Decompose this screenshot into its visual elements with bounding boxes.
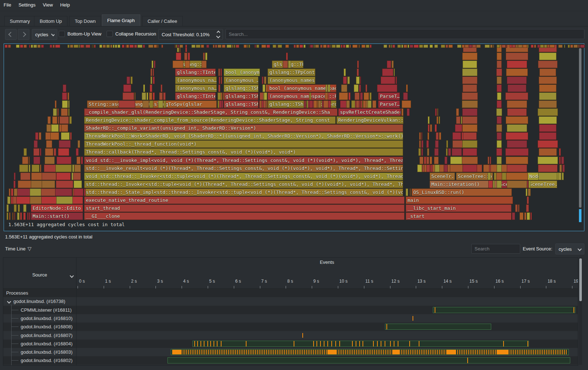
flame-frame[interactable]: [463, 61, 477, 68]
flame-frame[interactable]: [8, 45, 11, 48]
timeline-event-tick[interactable]: [194, 341, 195, 346]
flame-frame[interactable]: [558, 172, 562, 180]
flame-frame[interactable]: [462, 45, 464, 48]
flame-frame[interactable]: [435, 165, 440, 172]
flame-frame[interactable]: [153, 76, 155, 84]
flame-frame[interactable]: [352, 45, 357, 48]
flame-frame[interactable]: [299, 45, 303, 48]
flame-frame[interactable]: [368, 100, 372, 108]
flame-frame[interactable]: [359, 45, 360, 48]
flame-frame[interactable]: [176, 53, 181, 60]
timeline-event-cluster[interactable]: [497, 350, 508, 354]
timeline-event-cluster[interactable]: [508, 350, 567, 354]
timeline-event-bar[interactable]: [171, 349, 569, 355]
flame-frame[interactable]: OS_LinuxBSD::run(): [411, 188, 512, 196]
flame-frame[interactable]: ThreadWorkPool::Work<ShaderRD, void (Sha…: [84, 132, 403, 140]
flame-frame[interactable]: [360, 92, 363, 100]
flame-frame[interactable]: [20, 172, 30, 180]
flame-frame[interactable]: [497, 140, 501, 148]
flame-frame[interactable]: [294, 45, 296, 48]
flame-frame[interactable]: [377, 84, 398, 92]
flame-frame[interactable]: std::thread::_State_impl<std::thread::_I…: [84, 188, 403, 196]
flame-frame[interactable]: [69, 116, 72, 124]
flame-frame[interactable]: [161, 84, 162, 92]
flame-frame[interactable]: [131, 76, 133, 84]
flame-frame[interactable]: [391, 45, 392, 48]
flame-frame[interactable]: [439, 116, 440, 124]
flame-frame[interactable]: [307, 100, 308, 108]
flame-frame[interactable]: [24, 45, 27, 48]
flame-frame[interactable]: [23, 204, 27, 212]
timeline-event-tick[interactable]: [217, 341, 218, 346]
timeline-event-tick[interactable]: [246, 341, 247, 346]
flame-frame[interactable]: [421, 148, 423, 156]
timeline-event-tick[interactable]: [386, 324, 387, 329]
flame-frame[interactable]: [417, 165, 422, 172]
timeline-event-tick[interactable]: [313, 341, 314, 346]
flame-frame[interactable]: glslang::TSha: [224, 100, 258, 108]
flame-frame[interactable]: [53, 108, 57, 116]
flame-frame[interactable]: [143, 45, 145, 48]
flame-frame[interactable]: [349, 45, 351, 48]
timeline-event-cluster[interactable]: [181, 350, 327, 354]
flame-frame[interactable]: [396, 76, 397, 84]
timeline-row-label[interactable]: godot.linuxbsd. (#16738): [13, 299, 65, 304]
flame-frame[interactable]: std::__invoke_result<void (*)(Thread*, T…: [84, 165, 403, 172]
flame-frame[interactable]: [14, 172, 16, 180]
flame-frame[interactable]: [469, 45, 472, 48]
flame-frame[interactable]: [435, 108, 437, 116]
flame-frame[interactable]: [278, 45, 282, 48]
timeline-event-tick[interactable]: [352, 341, 353, 346]
flame-frame[interactable]: [263, 100, 266, 108]
flame-frame[interactable]: [465, 45, 469, 48]
flame-frame[interactable]: [175, 45, 177, 48]
timeline-event-tick[interactable]: [363, 341, 363, 346]
flame-frame[interactable]: [485, 45, 490, 48]
flame-frame[interactable]: [62, 92, 67, 100]
flame-frame[interactable]: [58, 116, 59, 124]
flame-frame[interactable]: [419, 157, 423, 164]
flame-frame[interactable]: [558, 45, 563, 48]
tab-bottom-up[interactable]: Bottom Up: [34, 16, 67, 26]
flame-frame[interactable]: [506, 53, 528, 60]
flame-frame[interactable]: [31, 172, 43, 180]
flame-frame[interactable]: [76, 148, 79, 156]
flame-frame[interactable]: [419, 45, 423, 48]
flame-frame[interactable]: [518, 45, 523, 48]
timeline-event-cluster[interactable]: [172, 350, 181, 354]
flame-frame[interactable]: [158, 100, 163, 108]
flame-frame[interactable]: [42, 172, 56, 180]
flame-frame[interactable]: [20, 212, 22, 220]
flame-frame[interactable]: [72, 165, 74, 172]
flame-frame[interactable]: [149, 100, 153, 108]
timeline-row-label[interactable]: godot.linuxbsd. (#16804): [21, 341, 73, 346]
flame-frame[interactable]: [262, 76, 264, 84]
flame-frame[interactable]: [488, 172, 491, 180]
flame-frame[interactable]: [117, 45, 120, 48]
flame-frame[interactable]: [123, 92, 134, 100]
flame-frame[interactable]: [506, 157, 529, 164]
flame-frame[interactable]: [366, 45, 369, 48]
flame-frame[interactable]: [430, 124, 432, 132]
flame-frame[interactable]: [94, 45, 96, 48]
flame-frame[interactable]: [203, 53, 205, 60]
flame-frame[interactable]: [497, 165, 502, 172]
flame-frame[interactable]: [365, 84, 367, 92]
flame-frame[interactable]: [539, 116, 557, 124]
flame-frame[interactable]: [32, 165, 40, 172]
flame-frame[interactable]: [497, 92, 502, 100]
flame-frame[interactable]: [12, 212, 13, 220]
flame-frame[interactable]: [539, 53, 556, 60]
flame-frame[interactable]: [382, 68, 393, 76]
flame-frame[interactable]: [332, 45, 336, 48]
flame-frame[interactable]: [456, 108, 459, 116]
flame-frame[interactable]: [446, 45, 448, 48]
flame-frame[interactable]: [516, 45, 518, 48]
flame-frame[interactable]: [221, 76, 222, 84]
flame-frame[interactable]: [497, 45, 500, 48]
flame-frame[interactable]: [74, 165, 81, 172]
flame-frame[interactable]: [215, 45, 217, 48]
flame-frame[interactable]: [213, 45, 215, 48]
flame-frame[interactable]: [45, 148, 54, 156]
flame-frame[interactable]: [264, 92, 267, 100]
